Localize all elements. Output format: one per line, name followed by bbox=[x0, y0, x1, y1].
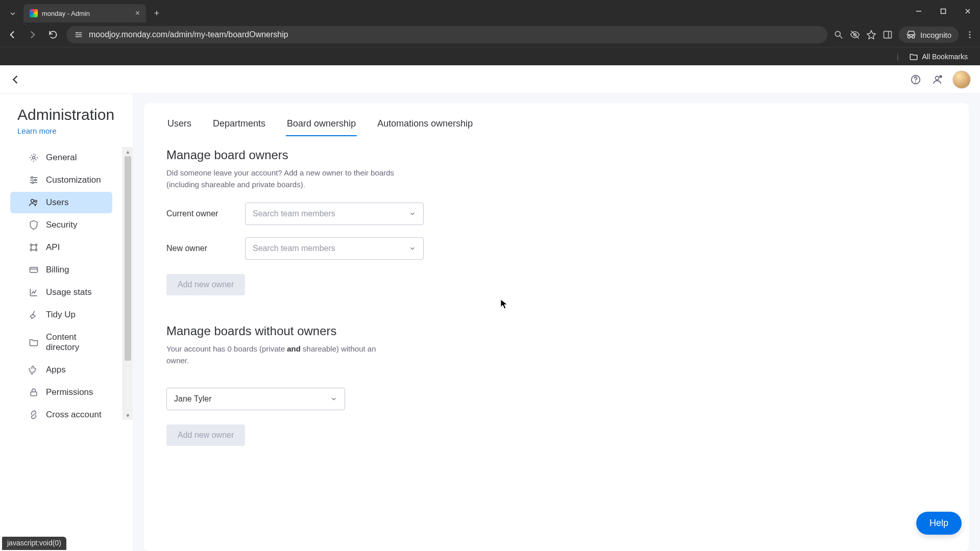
sidebar-item-label: Content directory bbox=[46, 332, 103, 353]
sidebar-item-usage-stats[interactable]: Usage stats bbox=[10, 282, 112, 303]
svg-point-14 bbox=[33, 157, 35, 159]
tab-search-dropdown[interactable] bbox=[4, 5, 21, 22]
lock-icon bbox=[29, 387, 39, 397]
tab-departments[interactable]: Departments bbox=[212, 112, 266, 136]
svg-rect-0 bbox=[941, 9, 946, 14]
sidebar-item-permissions[interactable]: Permissions bbox=[10, 382, 112, 403]
tab-title: monday - Admin bbox=[42, 10, 90, 17]
sidebar-item-label: General bbox=[46, 153, 77, 163]
sidebar-item-label: Billing bbox=[46, 265, 69, 275]
current-owner-select[interactable]: Search team members bbox=[245, 203, 424, 225]
sidebar-item-content-directory[interactable]: Content directory bbox=[10, 327, 112, 358]
sidebar-item-cross-account[interactable]: Cross account bbox=[10, 404, 112, 420]
sidebar-list: General Customization Users Security API bbox=[0, 147, 133, 420]
back-button[interactable] bbox=[5, 28, 19, 42]
sidebar-item-label: Users bbox=[46, 197, 68, 208]
site-settings-icon[interactable] bbox=[74, 30, 84, 40]
separator: | bbox=[897, 53, 899, 61]
chevron-down-icon bbox=[330, 395, 337, 403]
scroll-thumb[interactable] bbox=[125, 156, 131, 361]
sidebar-item-general[interactable]: General bbox=[10, 147, 112, 168]
gear-icon bbox=[29, 153, 39, 163]
sidebar-item-security[interactable]: Security bbox=[10, 214, 112, 236]
sidebar-item-label: Cross account bbox=[46, 410, 102, 420]
eye-off-icon[interactable] bbox=[850, 30, 860, 40]
forward-button[interactable] bbox=[26, 28, 40, 42]
help-icon[interactable] bbox=[910, 73, 922, 86]
reload-button[interactable] bbox=[46, 28, 60, 42]
sidebar-item-tidy-up[interactable]: Tidy Up bbox=[10, 304, 112, 325]
browser-tab[interactable]: monday - Admin × bbox=[23, 4, 146, 22]
sidebar: Administration Learn more General Custom… bbox=[0, 94, 133, 551]
sidebar-item-users[interactable]: Users bbox=[10, 192, 112, 213]
learn-more-link[interactable]: Learn more bbox=[17, 127, 57, 135]
svg-rect-24 bbox=[30, 267, 38, 272]
sidebar-item-api[interactable]: API bbox=[10, 237, 112, 258]
svg-point-2 bbox=[80, 34, 81, 36]
maximize-window-button[interactable] bbox=[931, 0, 955, 22]
svg-point-11 bbox=[915, 81, 916, 82]
tab-automations-ownership[interactable]: Automations ownership bbox=[376, 112, 474, 136]
sidebar-item-label: API bbox=[46, 242, 60, 253]
minimize-window-button[interactable] bbox=[906, 0, 931, 22]
browser-status-text: javascript:void(0) bbox=[2, 537, 66, 550]
chart-icon bbox=[29, 287, 39, 297]
new-owner-select[interactable]: Search team members bbox=[245, 237, 424, 260]
url-field[interactable]: moodjoy.monday.com/admin/my-team/boardOw… bbox=[66, 26, 827, 43]
content-area: Users Departments Board ownership Automa… bbox=[133, 94, 980, 551]
svg-point-7 bbox=[969, 31, 971, 33]
overflow-menu-icon[interactable] bbox=[965, 30, 975, 40]
content-card: Users Departments Board ownership Automa… bbox=[144, 103, 969, 551]
sidebar-item-label: Tidy Up bbox=[46, 310, 76, 320]
sidebar-item-billing[interactable]: Billing bbox=[10, 259, 112, 281]
sidebar-item-apps[interactable]: Apps bbox=[10, 359, 112, 381]
sidebar-title: Administration bbox=[17, 106, 118, 123]
sidebar-item-customization[interactable]: Customization bbox=[10, 169, 112, 191]
puzzle-icon bbox=[29, 365, 39, 375]
window-controls bbox=[906, 0, 980, 22]
svg-point-9 bbox=[969, 37, 971, 38]
all-bookmarks-link[interactable]: All Bookmarks bbox=[922, 53, 968, 61]
svg-point-8 bbox=[969, 34, 971, 36]
chevron-down-icon bbox=[9, 10, 16, 17]
side-panel-icon[interactable] bbox=[883, 30, 893, 40]
sliders-icon bbox=[29, 175, 39, 185]
sidebar-scrollbar[interactable]: ▲ ▼ bbox=[122, 147, 133, 420]
chevron-down-icon bbox=[409, 245, 416, 252]
scroll-up-button[interactable]: ▲ bbox=[123, 147, 133, 156]
svg-point-4 bbox=[835, 31, 840, 36]
card-icon bbox=[29, 265, 39, 275]
close-tab-button[interactable]: × bbox=[135, 9, 140, 17]
svg-point-1 bbox=[77, 32, 78, 34]
section-desc-manage-owners: Did someone leave your account? Add a ne… bbox=[166, 167, 396, 190]
incognito-icon bbox=[906, 30, 916, 40]
new-owner-row: New owner Search team members bbox=[166, 237, 683, 260]
bookmark-star-icon[interactable] bbox=[866, 30, 876, 40]
section-title-without-owners: Manage boards without owners bbox=[166, 324, 683, 338]
sidebar-item-label: Security bbox=[46, 220, 77, 230]
user-avatar[interactable] bbox=[952, 70, 971, 89]
tab-board-ownership[interactable]: Board ownership bbox=[286, 112, 357, 136]
monday-favicon bbox=[30, 9, 38, 17]
svg-point-12 bbox=[936, 76, 939, 80]
section-manage-without-owners: Manage boards without owners Your accoun… bbox=[166, 324, 683, 446]
new-tab-button[interactable]: + bbox=[149, 6, 164, 21]
close-window-button[interactable] bbox=[955, 0, 980, 22]
tab-users[interactable]: Users bbox=[166, 112, 192, 136]
svg-point-17 bbox=[32, 182, 34, 183]
new-owner-label: New owner bbox=[166, 244, 233, 253]
invite-members-icon[interactable] bbox=[931, 73, 943, 86]
svg-point-3 bbox=[77, 36, 79, 37]
search-lens-icon[interactable] bbox=[834, 30, 844, 40]
back-to-workspace-button[interactable] bbox=[9, 73, 21, 86]
orphan-owner-select[interactable]: Jane Tyler bbox=[166, 388, 345, 410]
svg-point-22 bbox=[30, 249, 32, 251]
incognito-indicator[interactable]: Incognito bbox=[899, 27, 959, 43]
help-button[interactable]: Help bbox=[916, 512, 962, 535]
bookmarks-bar: | All Bookmarks bbox=[0, 47, 980, 65]
api-icon bbox=[29, 242, 39, 253]
folder-icon bbox=[909, 52, 918, 61]
add-new-owner-button-disabled: Add new owner bbox=[166, 274, 245, 295]
svg-point-18 bbox=[31, 199, 34, 203]
scroll-down-button[interactable]: ▼ bbox=[123, 411, 133, 420]
